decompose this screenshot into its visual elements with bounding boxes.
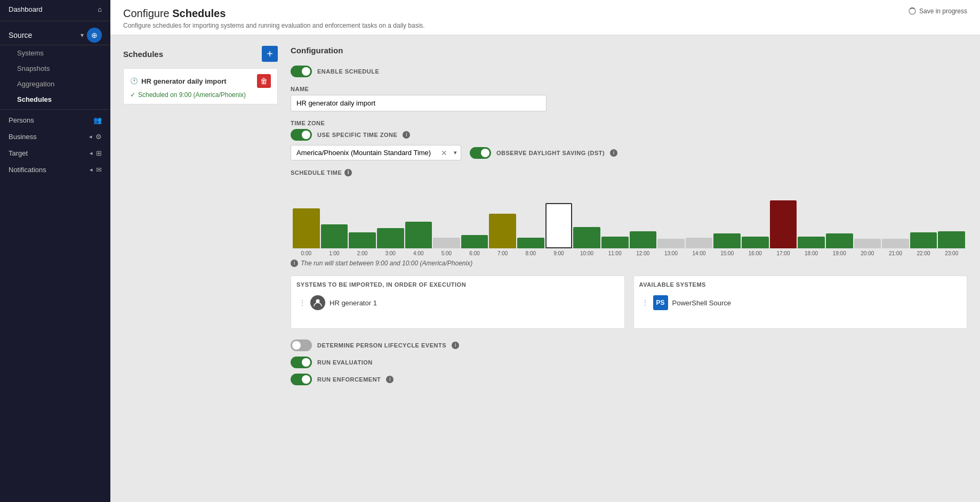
powershell-drag-handle-icon[interactable]: ⋮ xyxy=(641,298,649,307)
run-evaluation-toggle[interactable] xyxy=(291,357,312,368)
chart-bar-20:00[interactable] xyxy=(854,239,881,248)
timezone-clear-icon[interactable]: ✕ xyxy=(441,149,447,157)
powershell-source-name: PowerShell Source xyxy=(672,299,732,307)
powershell-icon: PS xyxy=(653,295,668,310)
sidebar-item-schedules[interactable]: Schedules xyxy=(0,92,110,107)
chart-info-icon: i xyxy=(291,260,298,267)
config-title: Configuration xyxy=(291,46,967,55)
use-specific-timezone-label: USE SPECIFIC TIME ZONE xyxy=(317,132,397,138)
use-specific-timezone-toggle[interactable] xyxy=(291,129,312,141)
chart-bar-4:00[interactable] xyxy=(405,222,432,248)
enable-schedule-toggle[interactable] xyxy=(291,66,312,77)
system-item-powershell: ⋮ PS PowerShell Source xyxy=(639,292,962,313)
chart-bar-12:00[interactable] xyxy=(630,231,657,248)
name-field-label: NAME xyxy=(291,86,967,92)
chart-bar-2:00[interactable] xyxy=(349,232,376,248)
chart-bar-21:00[interactable] xyxy=(882,239,909,248)
business-chevron-icon: ◂ xyxy=(89,133,92,140)
hr-generator-avatar xyxy=(310,295,325,310)
business-icon: ⚙ xyxy=(95,133,102,141)
schedule-time-section: SCHEDULE TIME i 0:001:002:003:004:005:00… xyxy=(291,169,967,267)
chart-bar-0:00[interactable] xyxy=(293,208,320,248)
sidebar-section-target[interactable]: Target ◂ ⊞ xyxy=(0,145,110,161)
chart-bar-11:00[interactable] xyxy=(601,237,629,248)
schedules-panel: Schedules + 🕐 HR generator daily import … xyxy=(123,46,278,491)
name-input[interactable] xyxy=(291,95,547,111)
dst-info-icon[interactable]: i xyxy=(610,149,617,157)
chart-label-3:00: 3:00 xyxy=(385,250,395,256)
sidebar: Dashboard ⌂ Source ▾ ⊕ Systems Snapshots… xyxy=(0,0,110,502)
chart-bar-23:00[interactable] xyxy=(938,231,965,248)
chart-bar-13:00[interactable] xyxy=(657,239,685,248)
content-area: Schedules + 🕐 HR generator daily import … xyxy=(110,35,980,502)
chart-bar-8:00[interactable] xyxy=(517,238,544,248)
timezone-select[interactable]: America/Phoenix (Mountain Standard Time) xyxy=(291,145,461,160)
sidebar-item-snapshots[interactable]: Snapshots xyxy=(0,61,110,76)
run-enforcement-toggle[interactable] xyxy=(291,374,312,385)
enable-schedule-label: ENABLE SCHEDULE xyxy=(317,68,379,75)
chart-bar-5:00[interactable] xyxy=(433,238,460,248)
chart-bar-1:00[interactable] xyxy=(321,224,348,248)
schedule-item[interactable]: 🕐 HR generator daily import 🗑 ✓ Schedule… xyxy=(123,68,278,104)
schedules-panel-title: Schedules xyxy=(123,50,163,59)
drag-handle-icon[interactable]: ⋮ xyxy=(299,298,306,307)
chart-label-17:00: 17:00 xyxy=(776,250,790,256)
chart-bar-14:00[interactable] xyxy=(686,238,713,248)
schedule-item-header: 🕐 HR generator daily import 🗑 xyxy=(130,74,271,88)
sidebar-section-source[interactable]: Source ▾ ⊕ xyxy=(0,23,110,45)
source-icon-btn[interactable]: ⊕ xyxy=(87,28,102,43)
add-schedule-button[interactable]: + xyxy=(262,46,278,62)
business-label: Business xyxy=(9,133,37,141)
clock-icon: 🕐 xyxy=(130,77,138,85)
observe-dst-toggle[interactable] xyxy=(470,147,491,159)
chart-label-13:00: 13:00 xyxy=(664,250,678,256)
timezone-section: TIME ZONE USE SPECIFIC TIME ZONE i Ameri… xyxy=(291,120,967,160)
schedule-delete-button[interactable]: 🗑 xyxy=(257,74,271,88)
chart-bar-22:00[interactable] xyxy=(910,232,937,248)
target-icon: ⊞ xyxy=(96,149,102,157)
timezone-select-wrapper: America/Phoenix (Mountain Standard Time)… xyxy=(291,145,461,160)
use-specific-timezone-row: USE SPECIFIC TIME ZONE i xyxy=(291,129,967,141)
chart-label-5:00: 5:00 xyxy=(441,250,452,256)
chart-bar-9:00[interactable] xyxy=(545,203,573,248)
chart-bar-3:00[interactable] xyxy=(377,228,404,248)
sidebar-item-aggregation[interactable]: Aggregation xyxy=(0,76,110,92)
notifications-chevron-icon: ◂ xyxy=(90,166,93,173)
chart-label-19:00: 19:00 xyxy=(833,250,846,256)
sidebar-section-notifications[interactable]: Notifications ◂ ✉ xyxy=(0,161,110,178)
determine-lifecycle-toggle[interactable] xyxy=(291,339,312,351)
persons-label: Persons xyxy=(9,116,34,124)
home-icon: ⌂ xyxy=(98,5,102,13)
chart-label-7:00: 7:00 xyxy=(497,250,508,256)
chart-bar-18:00[interactable] xyxy=(798,237,825,248)
timezone-info-icon[interactable]: i xyxy=(403,131,410,139)
schedule-time-info-icon[interactable]: i xyxy=(344,169,352,176)
sidebar-section-business[interactable]: Business ◂ ⚙ xyxy=(0,128,110,145)
target-chevron-icon: ◂ xyxy=(90,150,93,157)
dashboard-label: Dashboard xyxy=(9,5,43,13)
schedule-time-chart[interactable]: 0:001:002:003:004:005:006:007:008:009:00… xyxy=(291,179,967,256)
timezone-select-row: America/Phoenix (Mountain Standard Time)… xyxy=(291,145,967,160)
determine-lifecycle-row: DETERMINE PERSON LIFECYCLE EVENTS i xyxy=(291,339,967,351)
systems-to-import-label: SYSTEMS TO BE IMPORTED, IN ORDER OF EXEC… xyxy=(296,281,619,288)
main-content: Save in progress Configure Schedules Con… xyxy=(110,0,980,502)
source-label: Source xyxy=(9,31,32,39)
checkmark-icon: ✓ xyxy=(130,91,135,99)
schedule-item-name: 🕐 HR generator daily import xyxy=(130,77,227,85)
page-header: Save in progress Configure Schedules Con… xyxy=(110,0,980,35)
chart-bar-16:00[interactable] xyxy=(742,237,769,248)
chart-bar-19:00[interactable] xyxy=(826,233,853,248)
run-enforcement-row: RUN ENFORCEMENT i xyxy=(291,374,967,385)
observe-dst-label: OBSERVE DAYLIGHT SAVING (DST) xyxy=(496,150,605,156)
sidebar-section-persons[interactable]: Persons 👥 xyxy=(0,112,110,128)
sidebar-item-systems[interactable]: Systems xyxy=(0,45,110,61)
enforcement-info-icon[interactable]: i xyxy=(386,376,393,383)
chart-bar-6:00[interactable] xyxy=(461,235,488,248)
lifecycle-info-icon[interactable]: i xyxy=(452,342,459,349)
chart-bar-17:00[interactable] xyxy=(770,200,797,248)
chart-bar-10:00[interactable] xyxy=(573,227,600,248)
sidebar-item-dashboard[interactable]: Dashboard ⌂ xyxy=(0,0,110,19)
chart-bar-7:00[interactable] xyxy=(489,214,516,248)
chart-bar-15:00[interactable] xyxy=(713,233,741,248)
chart-label-23:00: 23:00 xyxy=(945,250,958,256)
